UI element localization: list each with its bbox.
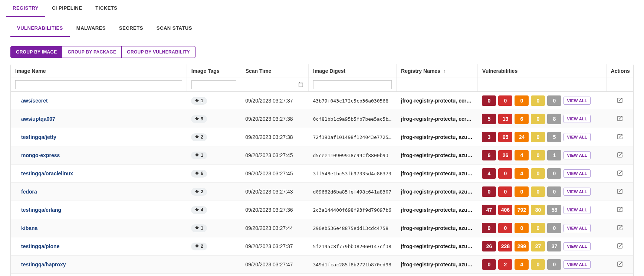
col-header-registry-names[interactable]: Registry Names ↑	[397, 64, 478, 78]
tab-tickets[interactable]: TICKETS	[89, 0, 124, 17]
vuln-count-info[interactable]: 8	[547, 114, 561, 124]
view-all-button[interactable]: VIEW ALL	[564, 115, 591, 123]
col-header-image-digest[interactable]: Image Digest	[309, 64, 397, 78]
col-header-image-tags[interactable]: Image Tags	[187, 64, 241, 78]
tab-secrets[interactable]: SECRETS	[112, 20, 150, 37]
image-name-link[interactable]: testingqa/jetty	[11, 128, 187, 146]
image-name-link[interactable]: mongo-express	[11, 146, 187, 165]
vuln-count-low[interactable]: 0	[531, 114, 545, 124]
view-all-button[interactable]: VIEW ALL	[564, 260, 591, 269]
tag-count-badge[interactable]: 2	[191, 133, 207, 141]
view-all-button[interactable]: VIEW ALL	[564, 97, 591, 105]
open-external-icon[interactable]	[617, 135, 623, 141]
tab-scan-status[interactable]: SCAN STATUS	[150, 20, 199, 37]
filter-image-tags-input[interactable]	[191, 80, 236, 89]
open-external-icon[interactable]	[617, 263, 623, 269]
group-by-package-button[interactable]: GROUP BY PACKAGE	[62, 46, 122, 58]
filter-scan-time-input[interactable]	[246, 82, 304, 88]
vuln-count-medium[interactable]: 4	[515, 259, 529, 270]
group-by-vulnerability-button[interactable]: GROUP BY VULNERABILITY	[122, 46, 196, 58]
vuln-count-low[interactable]: 0	[531, 95, 545, 106]
vuln-count-high[interactable]: 228	[498, 241, 512, 251]
vuln-count-low[interactable]: 0	[531, 223, 545, 233]
vuln-count-info[interactable]: 0	[547, 186, 561, 197]
image-name-link[interactable]: fedora	[11, 183, 187, 201]
vuln-count-info[interactable]: 0	[547, 259, 561, 270]
vuln-count-medium[interactable]: 0	[515, 95, 529, 106]
vuln-count-low[interactable]: 0	[531, 150, 545, 160]
vuln-count-high[interactable]: 26	[498, 150, 512, 160]
vuln-count-critical[interactable]: 26	[482, 241, 496, 251]
vuln-count-info[interactable]: 58	[547, 205, 561, 215]
image-name-link[interactable]: testingqa/erlang	[11, 201, 187, 219]
vuln-count-info[interactable]: 0	[547, 95, 561, 106]
view-all-button[interactable]: VIEW ALL	[564, 242, 591, 250]
vuln-count-critical[interactable]: 47	[482, 205, 496, 215]
vuln-count-low[interactable]: 80	[531, 205, 545, 215]
image-name-link[interactable]: kibana	[11, 219, 187, 237]
vuln-count-medium[interactable]: 4	[515, 168, 529, 179]
vuln-count-high[interactable]: 2	[498, 259, 512, 270]
vuln-count-info[interactable]: 1	[547, 150, 561, 160]
image-name-link[interactable]: testingqa/plone	[11, 237, 187, 256]
vuln-count-low[interactable]: 0	[531, 259, 545, 270]
vuln-count-high[interactable]: 0	[498, 223, 512, 233]
tab-ci-pipeline[interactable]: CI PIPELINE	[45, 0, 89, 17]
vuln-count-medium[interactable]: 0	[515, 186, 529, 197]
filter-image-name-input[interactable]	[15, 80, 182, 89]
col-header-actions[interactable]: Actions	[606, 64, 633, 78]
image-name-link[interactable]: aws/secret	[11, 92, 187, 110]
view-all-button[interactable]: VIEW ALL	[564, 133, 591, 141]
vuln-count-critical[interactable]: 0	[482, 223, 496, 233]
vuln-count-critical[interactable]: 0	[482, 186, 496, 197]
open-external-icon[interactable]	[617, 190, 623, 196]
open-external-icon[interactable]	[617, 153, 623, 159]
tab-registry[interactable]: REGISTRY	[6, 0, 45, 17]
vuln-count-medium[interactable]: 24	[515, 132, 529, 142]
image-name-link[interactable]: django	[11, 274, 187, 276]
open-external-icon[interactable]	[617, 208, 623, 214]
open-external-icon[interactable]	[617, 244, 623, 250]
view-all-button[interactable]: VIEW ALL	[564, 206, 591, 214]
vuln-count-medium[interactable]: 4	[515, 150, 529, 160]
tag-count-badge[interactable]: 6	[191, 170, 207, 178]
vuln-count-critical[interactable]: 6	[482, 150, 496, 160]
vuln-count-low[interactable]: 0	[531, 186, 545, 197]
vuln-count-high[interactable]: 406	[498, 205, 512, 215]
vuln-count-high[interactable]: 0	[498, 186, 512, 197]
tab-malwares[interactable]: MALWARES	[70, 20, 112, 37]
vuln-count-high[interactable]: 0	[498, 95, 512, 106]
vuln-count-high[interactable]: 13	[498, 114, 512, 124]
open-external-icon[interactable]	[617, 117, 623, 123]
group-by-image-button[interactable]: GROUP BY IMAGE	[10, 46, 62, 58]
open-external-icon[interactable]	[617, 226, 623, 232]
open-external-icon[interactable]	[617, 172, 623, 178]
col-header-image-name[interactable]: Image Name	[11, 64, 187, 78]
vuln-count-low[interactable]: 0	[531, 168, 545, 179]
tag-count-badge[interactable]: 2	[191, 188, 207, 196]
vuln-count-low[interactable]: 27	[531, 241, 545, 251]
tag-count-badge[interactable]: 1	[191, 224, 207, 232]
col-header-scan-time[interactable]: Scan Time	[241, 64, 308, 78]
tag-count-badge[interactable]: 9	[191, 115, 207, 123]
filter-image-digest-input[interactable]	[313, 80, 392, 89]
vuln-count-info[interactable]: 37	[547, 241, 561, 251]
tag-count-badge[interactable]: 1	[191, 97, 207, 105]
vuln-count-info[interactable]: 0	[547, 223, 561, 233]
image-name-link[interactable]: testingqa/oraclelinux	[11, 165, 187, 183]
view-all-button[interactable]: VIEW ALL	[564, 169, 591, 178]
image-name-link[interactable]: aws/uptqa007	[11, 110, 187, 128]
vuln-count-medium[interactable]: 0	[515, 223, 529, 233]
vuln-count-critical[interactable]: 0	[482, 95, 496, 106]
vuln-count-medium[interactable]: 6	[515, 114, 529, 124]
vuln-count-high[interactable]: 65	[498, 132, 512, 142]
view-all-button[interactable]: VIEW ALL	[564, 151, 591, 159]
tab-vulnerabilities[interactable]: VULNERABILITIES	[10, 20, 70, 37]
image-name-link[interactable]: testingqa/haproxy	[11, 256, 187, 274]
vuln-count-medium[interactable]: 299	[515, 241, 529, 251]
vuln-count-info[interactable]: 5	[547, 132, 561, 142]
tag-count-badge[interactable]: 1	[191, 152, 207, 159]
view-all-button[interactable]: VIEW ALL	[564, 188, 591, 196]
view-all-button[interactable]: VIEW ALL	[564, 224, 591, 232]
col-header-vulnerabilities[interactable]: Vulnerabilities	[477, 64, 606, 78]
